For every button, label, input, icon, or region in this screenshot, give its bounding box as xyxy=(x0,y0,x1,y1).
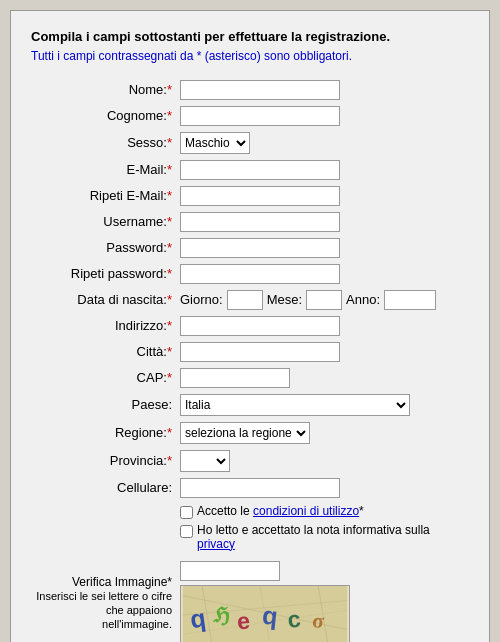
citta-row: Città:* xyxy=(31,339,469,365)
svg-text:ℌ: ℌ xyxy=(212,602,231,627)
svg-text:q: q xyxy=(261,600,279,629)
ripeti-password-input[interactable] xyxy=(180,264,340,284)
sesso-row: Sesso:* Maschio Femmina xyxy=(31,129,469,157)
cognome-row: Cognome:* xyxy=(31,103,469,129)
cap-row: CAP:* xyxy=(31,365,469,391)
svg-text:e: e xyxy=(236,607,251,634)
ripeti-email-row: Ripeti E-Mail:* xyxy=(31,183,469,209)
dob-container: Giorno: Mese: Anno: xyxy=(180,290,465,310)
mese-input[interactable] xyxy=(306,290,342,310)
provincia-select[interactable] xyxy=(180,450,230,472)
cap-input[interactable] xyxy=(180,368,290,388)
privacy-link[interactable]: privacy xyxy=(197,537,235,551)
nome-row: Nome:* xyxy=(31,77,469,103)
giorno-input[interactable] xyxy=(227,290,263,310)
provincia-row: Provincia:* xyxy=(31,447,469,475)
condizioni-link[interactable]: condizioni di utilizzo xyxy=(253,504,359,518)
captcha-sublabel: Inserisci le sei lettere o cifre che app… xyxy=(36,590,172,630)
data-nascita-row: Data di nascita:* Giorno: Mese: Anno: xyxy=(31,287,469,313)
paese-row: Paese: Italia xyxy=(31,391,469,419)
captcha-row: Verifica Immagine* Inserisci le sei lett… xyxy=(31,558,469,643)
password-row: Password:* xyxy=(31,235,469,261)
check1-checkbox[interactable] xyxy=(180,506,193,519)
nome-input[interactable] xyxy=(180,80,340,100)
intro-line2: Tutti i campi contrassegnati da * (aster… xyxy=(31,47,469,65)
check1-label[interactable]: Accetto le condizioni di utilizzo* xyxy=(180,504,465,519)
sesso-select[interactable]: Maschio Femmina xyxy=(180,132,250,154)
indirizzo-row: Indirizzo:* xyxy=(31,313,469,339)
email-row: E-Mail:* xyxy=(31,157,469,183)
cognome-input[interactable] xyxy=(180,106,340,126)
regione-row: Regione:* seleziona la regione xyxy=(31,419,469,447)
captcha-image: q ℌ e q c σ xyxy=(180,585,350,643)
cellulare-input[interactable] xyxy=(180,478,340,498)
checkbox-row: Accetto le condizioni di utilizzo* Ho le… xyxy=(31,501,469,558)
check2-checkbox[interactable] xyxy=(180,525,193,538)
intro-line1: Compila i campi sottostanti per effettua… xyxy=(31,27,469,47)
anno-input[interactable] xyxy=(384,290,436,310)
regione-select[interactable]: seleziona la regione xyxy=(180,422,310,444)
username-input[interactable] xyxy=(180,212,340,232)
form-fields-table: Nome:* Cognome:* Sesso:* xyxy=(31,77,469,643)
email-input[interactable] xyxy=(180,160,340,180)
check2-label[interactable]: Ho letto e accettato la nota informativa… xyxy=(180,523,465,551)
registration-form: Compila i campi sottostanti per effettua… xyxy=(10,10,490,642)
password-input[interactable] xyxy=(180,238,340,258)
captcha-svg: q ℌ e q c σ xyxy=(181,586,349,643)
cellulare-row: Cellulare: xyxy=(31,475,469,501)
citta-input[interactable] xyxy=(180,342,340,362)
ripeti-password-row: Ripeti password:* xyxy=(31,261,469,287)
indirizzo-input[interactable] xyxy=(180,316,340,336)
intro-section: Compila i campi sottostanti per effettua… xyxy=(31,27,469,65)
username-row: Username:* xyxy=(31,209,469,235)
ripeti-email-input[interactable] xyxy=(180,186,340,206)
nome-label: Nome:* xyxy=(31,77,176,103)
captcha-input[interactable] xyxy=(180,561,280,581)
paese-select[interactable]: Italia xyxy=(180,394,410,416)
